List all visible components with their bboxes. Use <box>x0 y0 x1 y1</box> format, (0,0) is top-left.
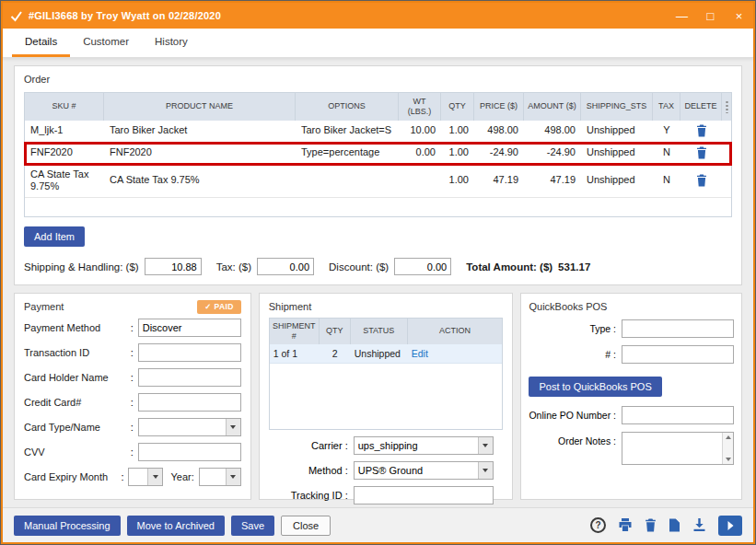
chevron-down-icon <box>226 469 240 485</box>
cell-product: CA State Tax 9.75% <box>104 165 296 198</box>
cell-tax: N <box>653 165 680 198</box>
cell-product: Taro Biker Jacket <box>104 121 296 142</box>
shipping-method-value: UPS® Ground <box>355 465 478 476</box>
shipment-section: Shipment SHIPMENT # QTY STATUS ACTION 1 … <box>259 293 514 500</box>
method-label: Method : <box>269 465 348 476</box>
colon: : <box>131 347 134 358</box>
order-summary: Shipping & Handling: ($) Tax: ($) Discou… <box>24 258 732 275</box>
card-holder-name-input[interactable] <box>138 368 241 387</box>
order-table-header: SKU # PRODUCT NAME OPTIONS WT (LBS.) QTY… <box>25 93 731 121</box>
cell-sku: CA State Tax 9.75% <box>25 165 104 198</box>
help-icon[interactable]: ? <box>590 517 606 533</box>
move-to-archived-button[interactable]: Move to Archived <box>127 516 225 536</box>
order-row[interactable]: CA State Tax 9.75% CA State Tax 9.75% 1.… <box>25 165 731 199</box>
expiry-year-select[interactable] <box>199 468 241 486</box>
col-header-shipment-action: ACTION <box>408 319 503 344</box>
col-header-shipment: SHIPMENT # <box>270 319 320 344</box>
tax-label: Tax: ($) <box>216 261 251 272</box>
carrier-label: Carrier : <box>269 440 348 451</box>
scroll-down-icon <box>726 458 731 461</box>
order-row-highlighted[interactable]: FNF2020 FNF2020 Type=percentage 0.00 1.0… <box>25 143 731 165</box>
cell-options: Type=percentage <box>296 143 399 164</box>
expiry-year-label: Year: <box>170 471 193 482</box>
cell-shipment-status: Unshipped <box>351 344 408 363</box>
scrollbar-dots-icon <box>726 100 728 113</box>
maximize-button[interactable]: □ <box>696 3 725 29</box>
cell-shipping-status: Unshipped <box>581 143 653 164</box>
col-header-sku: SKU # <box>25 93 104 121</box>
qb-number-input[interactable] <box>622 345 734 364</box>
table-empty-area <box>25 198 731 216</box>
cell-product: FNF2020 <box>104 143 296 164</box>
shipment-table-header: SHIPMENT # QTY STATUS ACTION <box>270 319 503 344</box>
delete-icon[interactable] <box>696 124 707 137</box>
online-po-number-label: Online PO Number : <box>529 410 616 421</box>
chevron-down-icon <box>478 437 493 454</box>
delete-icon[interactable] <box>696 174 707 187</box>
order-notes-textarea[interactable] <box>622 433 722 464</box>
paid-badge: ✓ PAID <box>197 300 241 314</box>
cell-weight: 10.00 <box>399 121 441 142</box>
cvv-input[interactable] <box>138 443 241 461</box>
shipment-table: SHIPMENT # QTY STATUS ACTION 1 of 1 2 Un… <box>269 318 504 430</box>
shipment-row[interactable]: 1 of 1 2 Unshipped Edit <box>270 344 503 364</box>
cell-price: 47.19 <box>474 165 524 198</box>
col-header-tax: TAX <box>653 93 680 121</box>
save-button[interactable]: Save <box>231 516 274 536</box>
close-window-button[interactable]: Close <box>281 516 331 536</box>
close-button[interactable]: × <box>725 3 753 29</box>
total-amount-value: 531.17 <box>558 261 590 272</box>
col-header-price: PRICE ($) <box>474 93 524 121</box>
cell-shipment-qty: 2 <box>320 344 351 363</box>
minimize-button[interactable]: — <box>668 3 696 29</box>
credit-card-input[interactable] <box>138 393 241 412</box>
cell-qty: 1.00 <box>441 143 474 164</box>
print-icon[interactable] <box>618 518 633 532</box>
tax-input[interactable] <box>257 258 314 275</box>
edit-shipment-link[interactable]: Edit <box>412 348 428 359</box>
expiry-month-select[interactable] <box>128 468 163 486</box>
tab-details[interactable]: Details <box>12 29 70 57</box>
cell-shipping-status: Unshipped <box>581 121 653 142</box>
tab-history[interactable]: History <box>142 29 201 57</box>
online-po-number-input[interactable] <box>622 406 734 424</box>
quickbooks-section-title: QuickBooks POS <box>529 301 734 312</box>
titlebar: #GILI3668 by Troy Wyatt on 02/28/2020 — … <box>3 3 753 29</box>
cell-qty: 1.00 <box>441 165 474 198</box>
qb-type-label: Type : <box>589 323 616 334</box>
add-item-button[interactable]: Add Item <box>24 226 85 247</box>
delete-icon[interactable] <box>696 146 707 159</box>
discount-input[interactable] <box>394 258 451 275</box>
shipping-handling-input[interactable] <box>145 258 202 275</box>
tab-customer[interactable]: Customer <box>70 29 142 57</box>
manual-processing-button[interactable]: Manual Processing <box>14 516 121 536</box>
col-header-weight: WT (LBS.) <box>399 93 441 121</box>
carrier-select[interactable]: ups_shipping <box>354 436 494 455</box>
post-to-quickbooks-button[interactable]: Post to QuickBooks POS <box>529 377 661 397</box>
quickbooks-section: QuickBooks POS Type : # : Post to QuickB… <box>520 293 742 500</box>
cell-options <box>296 165 399 198</box>
qb-type-input[interactable] <box>622 319 734 338</box>
cell-amount: 47.19 <box>524 165 581 198</box>
card-expiry-month-label: Card Expiry Month <box>24 471 121 482</box>
col-header-shipment-qty: QTY <box>320 319 351 344</box>
transaction-id-input[interactable] <box>138 343 241 362</box>
download-icon[interactable] <box>692 518 706 532</box>
shipping-method-select[interactable]: UPS® Ground <box>354 461 494 480</box>
cell-shipment-number: 1 of 1 <box>270 344 320 363</box>
chevron-down-icon <box>478 462 493 479</box>
document-icon[interactable] <box>669 518 680 532</box>
card-type-select[interactable] <box>138 418 241 436</box>
delete-order-icon[interactable] <box>645 518 657 532</box>
notes-scrollbar[interactable] <box>722 433 733 464</box>
tracking-id-input[interactable] <box>354 486 494 504</box>
order-section-title: Order <box>24 74 732 85</box>
order-row[interactable]: M_ljk-1 Taro Biker Jacket Taro Biker Jac… <box>25 121 731 143</box>
shipping-handling-label: Shipping & Handling: ($) <box>24 261 139 272</box>
table-scrollbar[interactable] <box>722 93 731 121</box>
forward-button[interactable] <box>718 516 742 536</box>
payment-method-input[interactable] <box>138 319 241 337</box>
scroll-up-icon <box>726 435 731 439</box>
cell-options: Taro Biker Jacket=S <box>296 121 399 142</box>
card-holder-name-label: Card Holder Name <box>24 372 131 383</box>
